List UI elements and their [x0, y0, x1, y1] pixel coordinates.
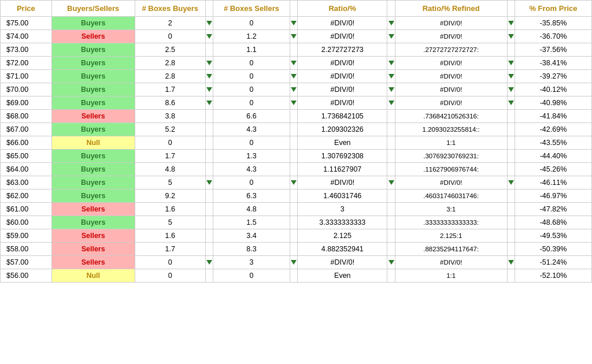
- boxes-buyers-cell: 4.8: [135, 163, 205, 176]
- down-arrow-icon: [206, 87, 212, 92]
- ratio-refined-cell: #DIV/0!: [395, 30, 507, 43]
- ratio-refined-cell: .46031746031746:: [395, 190, 507, 203]
- arrow-indicator-sellers: [290, 269, 297, 283]
- ratio-cell: 1.46031746: [298, 190, 387, 203]
- buyers-sellers-cell: Sellers: [51, 203, 135, 216]
- ratio-refined-cell: .88235294117647:: [395, 243, 507, 256]
- buyers-sellers-cell: Buyers: [51, 83, 135, 96]
- arrow-indicator-ratio-refined: [507, 203, 515, 216]
- arrow-indicator-sellers: [290, 229, 297, 243]
- arrow-indicator-ratio: [387, 190, 395, 203]
- ratio-cell: Even: [298, 269, 387, 283]
- buyers-sellers-cell: Sellers: [51, 30, 135, 43]
- down-arrow-icon: [206, 34, 212, 39]
- arrow-indicator-ratio-refined: [507, 83, 515, 96]
- arrow-indicator-ratio: [387, 123, 395, 136]
- from-price-cell: -42.69%: [515, 123, 591, 136]
- price-cell: $75.00: [1, 17, 52, 30]
- ratio-cell: #DIV/0!: [298, 176, 387, 190]
- arrow-indicator-buyers: [205, 229, 213, 243]
- ratio-refined-cell: #DIV/0!: [395, 96, 507, 110]
- arrow-indicator-sellers: [290, 203, 297, 216]
- arrow-indicator-sellers: [290, 83, 297, 96]
- arrow-indicator-ratio-refined: [507, 150, 515, 163]
- buyers-sellers-cell: Buyers: [51, 190, 135, 203]
- arrow-indicator-ratio-refined: [507, 190, 515, 203]
- boxes-sellers-cell: 1.3: [213, 150, 290, 163]
- arrow-indicator-buyers: [205, 203, 213, 216]
- ratio-cell: 1.11627907: [298, 163, 387, 176]
- arrow-indicator-sellers: [290, 123, 297, 136]
- arrow-indicator-ratio: [387, 176, 395, 190]
- down-arrow-icon: [291, 74, 297, 79]
- from-price-cell: -47.82%: [515, 203, 591, 216]
- ratio-cell: 3: [298, 203, 387, 216]
- boxes-buyers-cell: 0: [135, 269, 205, 283]
- from-price-cell: -36.70%: [515, 30, 591, 43]
- down-arrow-icon: [388, 101, 394, 105]
- arrow-indicator-ratio-refined: [507, 30, 515, 43]
- arrow-indicator-buyers: [205, 43, 213, 57]
- down-arrow-icon: [291, 180, 297, 185]
- header-price: Price: [1, 1, 52, 17]
- header-from-price: % From Price: [515, 1, 591, 17]
- arrow-indicator-ratio: [387, 216, 395, 229]
- arrow-indicator-buyers: [205, 136, 213, 150]
- from-price-cell: -49.53%: [515, 229, 591, 243]
- arrow-indicator-ratio-refined: [507, 176, 515, 190]
- buyers-sellers-cell: Buyers: [51, 17, 135, 30]
- down-arrow-icon: [388, 74, 394, 79]
- price-cell: $63.00: [1, 176, 52, 190]
- ratio-cell: 2.125: [298, 229, 387, 243]
- price-cell: $56.00: [1, 269, 52, 283]
- buyers-sellers-cell: Sellers: [51, 110, 135, 123]
- from-price-cell: -38.41%: [515, 57, 591, 70]
- arrow-indicator-ratio-refined: [507, 243, 515, 256]
- down-arrow-icon: [508, 61, 514, 65]
- price-cell: $66.00: [1, 136, 52, 150]
- boxes-buyers-cell: 2.8: [135, 70, 205, 83]
- arrow-indicator-ratio-refined: [507, 57, 515, 70]
- price-cell: $59.00: [1, 229, 52, 243]
- arrow-indicator-ratio: [387, 256, 395, 269]
- arrow-indicator-sellers: [290, 43, 297, 57]
- arrow-indicator-buyers: [205, 123, 213, 136]
- ratio-cell: #DIV/0!: [298, 57, 387, 70]
- ratio-cell: 3.3333333333: [298, 216, 387, 229]
- boxes-sellers-cell: 4.8: [213, 203, 290, 216]
- boxes-sellers-cell: 6.3: [213, 190, 290, 203]
- from-price-cell: -50.39%: [515, 243, 591, 256]
- arrow-indicator-ratio: [387, 30, 395, 43]
- arrow-indicator-buyers: [205, 256, 213, 269]
- boxes-sellers-cell: 8.3: [213, 243, 290, 256]
- buyers-sellers-cell: Sellers: [51, 256, 135, 269]
- down-arrow-icon: [291, 260, 297, 265]
- arrow-indicator-buyers: [205, 190, 213, 203]
- ratio-refined-cell: #DIV/0!: [395, 176, 507, 190]
- buyers-sellers-cell: Buyers: [51, 176, 135, 190]
- buyers-sellers-cell: Buyers: [51, 163, 135, 176]
- boxes-buyers-cell: 5.2: [135, 123, 205, 136]
- price-cell: $67.00: [1, 123, 52, 136]
- arrow-indicator-ratio: [387, 203, 395, 216]
- boxes-buyers-cell: 1.6: [135, 203, 205, 216]
- boxes-sellers-cell: 1.2: [213, 30, 290, 43]
- price-cell: $57.00: [1, 256, 52, 269]
- from-price-cell: -44.40%: [515, 150, 591, 163]
- arrow-indicator-ratio: [387, 163, 395, 176]
- arrow-indicator-sellers: [290, 176, 297, 190]
- buyers-sellers-cell: Sellers: [51, 229, 135, 243]
- from-price-cell: -46.11%: [515, 176, 591, 190]
- buyers-sellers-cell: Buyers: [51, 70, 135, 83]
- arrow-indicator-ratio-refined: [507, 70, 515, 83]
- price-cell: $64.00: [1, 163, 52, 176]
- down-arrow-icon: [291, 21, 297, 25]
- arrow-indicator-buyers: [205, 96, 213, 110]
- arrow-indicator-buyers: [205, 30, 213, 43]
- down-arrow-icon: [508, 34, 514, 39]
- boxes-buyers-cell: 2: [135, 17, 205, 30]
- from-price-cell: -41.84%: [515, 110, 591, 123]
- boxes-sellers-cell: 1.5: [213, 216, 290, 229]
- down-arrow-icon: [291, 61, 297, 65]
- buyers-sellers-cell: Null: [51, 269, 135, 283]
